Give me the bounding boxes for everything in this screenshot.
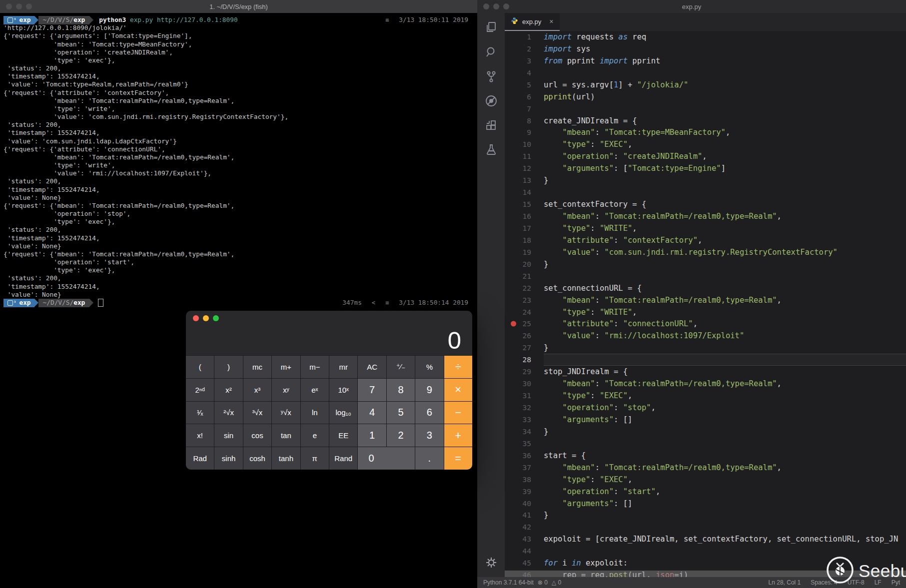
zoom-button[interactable] bbox=[213, 315, 219, 321]
terminal-titlebar[interactable]: 1. ~/D/V/S/exp (fish) bbox=[0, 0, 477, 13]
calc-key-sin[interactable]: sin bbox=[214, 424, 242, 447]
extensions-icon[interactable] bbox=[485, 119, 498, 132]
line-number[interactable]: 34 bbox=[505, 428, 544, 436]
calc-key-y-root[interactable]: ʸ√x bbox=[272, 402, 300, 424]
calc-key-ee[interactable]: EE bbox=[329, 424, 357, 447]
line-number[interactable]: 6 bbox=[505, 93, 544, 101]
line-number[interactable]: 21 bbox=[505, 272, 544, 280]
minimize-button[interactable] bbox=[493, 3, 499, 9]
calc-key-one-over-x[interactable]: ¹⁄ₓ bbox=[186, 402, 214, 424]
calc-key-9[interactable]: 9 bbox=[415, 379, 443, 401]
line-number[interactable]: 26 bbox=[505, 332, 544, 340]
line-number[interactable]: 45 bbox=[505, 559, 544, 567]
vscode-titlebar[interactable]: exp.py bbox=[477, 0, 906, 13]
line-number[interactable]: 13 bbox=[505, 176, 544, 184]
calc-key-rparen[interactable]: ) bbox=[214, 356, 242, 378]
calc-key-minus[interactable]: − bbox=[444, 402, 472, 424]
calculator-titlebar[interactable]: 0 bbox=[186, 311, 472, 355]
calc-key-rad[interactable]: Rad bbox=[186, 447, 214, 470]
calc-key-4[interactable]: 4 bbox=[358, 402, 386, 424]
line-number[interactable]: 17 bbox=[505, 224, 544, 232]
line-number[interactable]: 18 bbox=[505, 236, 544, 244]
line-number[interactable]: 14 bbox=[505, 188, 544, 196]
zoom-button[interactable] bbox=[503, 3, 509, 9]
calc-key-percent[interactable]: % bbox=[415, 356, 443, 378]
line-number[interactable]: 11 bbox=[505, 152, 544, 160]
calc-key-tanh[interactable]: tanh bbox=[272, 447, 300, 470]
line-number[interactable]: 27 bbox=[505, 344, 544, 352]
calc-key-x-pow-y[interactable]: xʸ bbox=[272, 379, 300, 401]
line-number[interactable]: 19 bbox=[505, 248, 544, 256]
line-number[interactable]: 37 bbox=[505, 464, 544, 472]
warnings-status[interactable]: △ 0 bbox=[552, 579, 561, 586]
search-icon[interactable] bbox=[485, 45, 498, 58]
calc-key-ac[interactable]: AC bbox=[358, 356, 386, 378]
calc-key-second[interactable]: 2ⁿᵈ bbox=[186, 379, 214, 401]
calc-key-tan[interactable]: tan bbox=[272, 424, 300, 447]
zoom-button[interactable] bbox=[26, 3, 32, 9]
calc-key-x-squared[interactable]: x² bbox=[214, 379, 242, 401]
line-number[interactable]: 15 bbox=[505, 200, 544, 208]
calc-key-plus[interactable]: + bbox=[444, 424, 472, 447]
breakpoint-icon[interactable] bbox=[511, 321, 516, 327]
line-number[interactable]: 24 bbox=[505, 308, 544, 316]
terminal-body[interactable]: ³exp~/D/V/S/exppython3 exp.py http://127… bbox=[0, 13, 477, 307]
calc-key-6[interactable]: 6 bbox=[415, 402, 443, 424]
calc-key-rand[interactable]: Rand bbox=[329, 447, 357, 470]
calc-key-5[interactable]: 5 bbox=[387, 402, 415, 424]
source-control-icon[interactable] bbox=[485, 70, 498, 83]
line-number[interactable]: 31 bbox=[505, 392, 544, 400]
line-number[interactable]: 20 bbox=[505, 260, 544, 268]
line-number[interactable]: 38 bbox=[505, 476, 544, 484]
calc-key-7[interactable]: 7 bbox=[358, 379, 386, 401]
calc-key-x-cubed[interactable]: x³ bbox=[243, 379, 271, 401]
code-editor[interactable]: 1import requests as req2import sys3from … bbox=[505, 31, 906, 577]
calc-key-sqrt[interactable]: ²√x bbox=[214, 402, 242, 424]
calc-key-log10[interactable]: log₁₀ bbox=[329, 402, 357, 424]
calc-key-0[interactable]: 0 bbox=[358, 447, 415, 470]
line-number[interactable]: 30 bbox=[505, 380, 544, 388]
tests-flask-icon[interactable] bbox=[485, 143, 498, 156]
close-button[interactable] bbox=[193, 315, 199, 321]
line-number[interactable]: 9 bbox=[505, 128, 544, 136]
line-number[interactable]: 33 bbox=[505, 416, 544, 424]
calc-key-cos[interactable]: cos bbox=[243, 424, 271, 447]
settings-gear-icon[interactable] bbox=[485, 556, 498, 569]
minimize-button[interactable] bbox=[203, 315, 209, 321]
tab-exp-py[interactable]: exp.py × bbox=[505, 13, 560, 31]
line-number[interactable]: 16 bbox=[505, 212, 544, 220]
calc-key-sinh[interactable]: sinh bbox=[214, 447, 242, 470]
line-number[interactable]: 8 bbox=[505, 117, 544, 125]
line-number[interactable]: 39 bbox=[505, 488, 544, 496]
explorer-icon[interactable] bbox=[485, 21, 498, 34]
line-number[interactable]: 40 bbox=[505, 500, 544, 508]
calc-key-lparen[interactable]: ( bbox=[186, 356, 214, 378]
line-number[interactable]: 44 bbox=[505, 547, 544, 555]
calc-key-cosh[interactable]: cosh bbox=[243, 447, 271, 470]
line-number[interactable]: 4 bbox=[505, 69, 544, 77]
python-interpreter-status[interactable]: Python 3.7.1 64-bit bbox=[483, 579, 534, 586]
line-number[interactable]: 22 bbox=[505, 284, 544, 292]
calc-key-divide[interactable]: ÷ bbox=[444, 356, 472, 378]
line-number[interactable]: 32 bbox=[505, 404, 544, 412]
calc-key-cbrt[interactable]: ³√x bbox=[243, 402, 271, 424]
line-number[interactable]: 36 bbox=[505, 452, 544, 460]
debug-icon[interactable] bbox=[485, 94, 498, 107]
calc-key-3[interactable]: 3 bbox=[415, 424, 443, 447]
calc-key-ln[interactable]: ln bbox=[301, 402, 329, 424]
line-number[interactable]: 5 bbox=[505, 81, 544, 89]
line-number[interactable]: 12 bbox=[505, 164, 544, 172]
line-number[interactable]: 28 bbox=[505, 356, 544, 364]
calc-key-m-minus[interactable]: m− bbox=[301, 356, 329, 378]
line-number[interactable]: 29 bbox=[505, 368, 544, 376]
calc-key-equals[interactable]: = bbox=[444, 447, 472, 470]
line-number[interactable]: 23 bbox=[505, 296, 544, 304]
calc-key-ten-pow-x[interactable]: 10ˣ bbox=[329, 379, 357, 401]
line-number[interactable]: 1 bbox=[505, 33, 544, 41]
calc-key-e-pow-x[interactable]: eˣ bbox=[301, 379, 329, 401]
line-number[interactable]: 42 bbox=[505, 523, 544, 531]
calc-key-mr[interactable]: mr bbox=[329, 356, 357, 378]
close-button[interactable] bbox=[483, 3, 489, 9]
calc-key-plus-minus[interactable]: ⁺⁄₋ bbox=[387, 356, 415, 378]
line-number[interactable]: 35 bbox=[505, 440, 544, 448]
